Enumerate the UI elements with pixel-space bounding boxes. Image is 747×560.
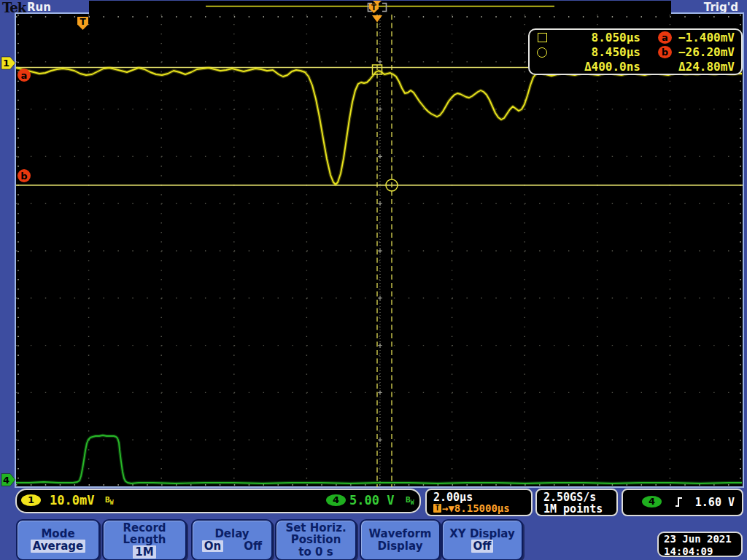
menu-label: Mode <box>41 527 74 540</box>
cursor-row-a: 8.050µs a −1.400mV <box>530 31 741 44</box>
ch4-position-tag-label: 4 <box>3 475 9 486</box>
ch4-position-tag[interactable] <box>1 474 15 486</box>
menu-label: Set Horiz. <box>285 521 346 534</box>
cursor-readout-box: 8.050µs a −1.400mV 8.450µs b −26.20mV Δ4… <box>528 28 743 75</box>
cursor-a-time: 8.050µs <box>554 31 640 44</box>
channel-status-box: 1 10.0mV BW 4 5.00 V BW <box>15 489 421 513</box>
menu-button-delay[interactable]: DelayOnOff <box>191 519 273 560</box>
menu-button-record-length[interactable]: RecordLength1M <box>102 519 187 560</box>
datetime-box: 23 Jun 2021 14:04:09 <box>657 532 743 557</box>
trigger-source-badge: 4 <box>642 496 662 508</box>
menu-button-waveform-display[interactable]: WaveformDisplay <box>360 519 441 560</box>
trigger-status-box: 4 1.60 V <box>622 489 743 516</box>
cursor-b-badge: b <box>658 46 672 58</box>
menu-option-off[interactable]: Off <box>244 540 262 553</box>
menu-label: Display <box>378 540 423 553</box>
ch1-position-tag-label: 1 <box>3 58 9 69</box>
cursor-b-voltage: −26.20mV <box>672 45 741 59</box>
menu-label: Off <box>471 540 494 553</box>
horizontal-status-box: 2.00µs T→▼8.15000µs <box>425 489 533 516</box>
acquisition-status-box: 2.50GS/s 1M points <box>535 489 618 516</box>
date-label: 23 Jun 2021 <box>664 533 741 545</box>
cursor-delta-time: Δ400.0ns <box>530 60 640 74</box>
cursor-a-voltage: −1.400mV <box>672 31 741 44</box>
trigger-icon: T <box>433 504 441 513</box>
ch4-scale[interactable]: 5.00 V <box>349 493 394 508</box>
menu-label: Position <box>291 533 341 546</box>
window-bracket-right <box>382 4 387 12</box>
menu-button-xy-display[interactable]: XY DisplayOff <box>441 519 523 560</box>
menu-label: XY Display <box>449 527 515 540</box>
oscilloscope-screen: Tek Run Trig'd TT14ab 8.050µs a −1.400mV… <box>0 0 747 560</box>
cursor-b-time: 8.450µs <box>554 45 640 59</box>
ch1-badge: 1 <box>21 494 41 506</box>
record-trigger-arrow-icon <box>373 1 382 5</box>
menu-label: Waveform <box>369 527 432 540</box>
circle-cursor-icon <box>530 47 554 58</box>
ch1-scale[interactable]: 10.0mV <box>50 493 94 508</box>
graticule-frame <box>15 12 744 488</box>
ch1-position-tag[interactable] <box>1 57 15 69</box>
delay-value: 8.15000µs <box>454 502 510 514</box>
record-trigger-t-label: T <box>371 4 376 12</box>
menu-label: 1M <box>133 545 155 559</box>
cursor-delta-voltage: Δ24.80mV <box>640 60 741 74</box>
menu-label: Average <box>31 540 85 553</box>
cursor-row-b: 8.450µs b −26.20mV <box>530 45 741 59</box>
record-length: 1M points <box>543 502 603 516</box>
delay-readout: T→▼8.15000µs <box>433 502 510 514</box>
rising-edge-icon <box>674 496 684 508</box>
square-cursor-icon <box>530 33 554 42</box>
menu-label: Record <box>123 521 166 534</box>
time-label: 14:04:09 <box>664 545 741 558</box>
cursor-a-badge: a <box>658 31 672 44</box>
ch4-badge: 4 <box>326 494 346 506</box>
menu-label: to 0 s <box>298 545 333 559</box>
menu-label: Length <box>123 533 166 546</box>
cursor-delta-row: Δ400.0ns Δ24.80mV <box>530 60 741 74</box>
ch1-bandwidth-icon: BW <box>105 495 113 506</box>
menu-label: Delay <box>214 527 249 540</box>
menu-button-mode[interactable]: ModeAverage <box>16 519 100 560</box>
window-bracket-left <box>368 4 373 12</box>
menu-option-on[interactable]: On <box>202 540 223 553</box>
ch4-bandwidth-icon: BW <box>406 495 414 506</box>
trigger-level[interactable]: 1.60 V <box>695 496 735 509</box>
menu-button-set-horiz-position[interactable]: Set Horiz.Positionto 0 s <box>275 519 357 560</box>
